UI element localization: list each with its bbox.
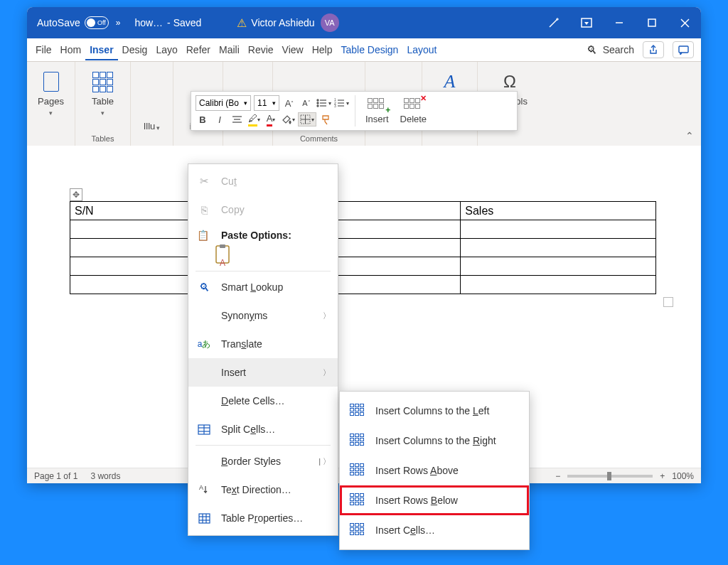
tab-insert[interactable]: Inser xyxy=(85,40,117,60)
svg-rect-25 xyxy=(220,244,225,248)
sub-insert-rows-below[interactable]: Insert Rows Below xyxy=(340,485,529,515)
maximize-button[interactable] xyxy=(636,7,668,38)
tab-home[interactable]: Hom xyxy=(56,40,86,60)
ctx-table-properties[interactable]: Table Properties… xyxy=(188,504,338,532)
ctx-smart-lookup[interactable]: 🔍︎ Smart Lookup xyxy=(188,273,338,301)
search-icon[interactable]: 🔍︎ xyxy=(587,44,597,56)
ctx-synonyms[interactable]: Synonyms 〉 xyxy=(188,301,338,330)
magic-icon[interactable] xyxy=(537,7,570,38)
blank-icon xyxy=(197,394,211,408)
svg-rect-32 xyxy=(199,514,210,523)
search-icon: 🔍︎ xyxy=(197,280,211,294)
table-cell[interactable] xyxy=(461,276,656,294)
italic-icon[interactable]: I xyxy=(213,112,227,127)
sub-insert-cols-left[interactable]: Insert Columns to the Left xyxy=(340,396,529,426)
titlebar: AutoSave Off » how… - Saved ⚠ Victor Ash… xyxy=(27,7,701,38)
paste-option-keep-formatting[interactable]: A xyxy=(213,244,234,269)
svg-rect-2 xyxy=(648,19,655,26)
align-icon[interactable] xyxy=(230,112,244,127)
ctx-text-direction[interactable]: A Text Direction… xyxy=(188,475,338,504)
collapse-ribbon-icon[interactable]: ⌃ xyxy=(685,130,694,141)
mini-delete-button[interactable]: Delete xyxy=(396,98,432,124)
split-cells-icon xyxy=(197,422,211,436)
tab-table-design[interactable]: Table Design xyxy=(336,40,402,60)
ctx-delete-cells[interactable]: Delete Cells… xyxy=(188,387,338,415)
minimize-button[interactable] xyxy=(603,7,636,38)
font-size-select[interactable]: 11▾ xyxy=(254,95,279,111)
numbering-icon[interactable]: 123 ▾ xyxy=(334,96,349,110)
document-table[interactable]: S/NSales xyxy=(70,201,656,294)
borders-icon[interactable]: ▾ xyxy=(298,112,316,127)
pages-button[interactable]: Pages ▾ xyxy=(32,68,70,119)
shading-icon[interactable]: ▾ xyxy=(281,112,295,127)
svg-point-10 xyxy=(317,105,318,107)
share-button[interactable] xyxy=(643,41,664,58)
table-cell[interactable] xyxy=(461,220,656,239)
svg-point-8 xyxy=(317,102,318,104)
warning-icon[interactable]: ⚠ xyxy=(237,16,247,30)
close-button[interactable] xyxy=(668,7,701,38)
zoom-out-button[interactable]: − xyxy=(555,471,560,481)
table-cell[interactable]: Sales xyxy=(461,202,656,220)
decrease-font-icon[interactable]: A˅ xyxy=(299,96,314,110)
sub-insert-rows-above[interactable]: Insert Rows Above xyxy=(340,456,529,485)
zoom-level[interactable]: 100% xyxy=(672,471,694,481)
tab-mailings[interactable]: Maili xyxy=(215,40,244,60)
chevron-right-icon: 〉 xyxy=(323,311,331,321)
search-label[interactable]: Search xyxy=(603,44,634,55)
tab-help[interactable]: Help xyxy=(308,40,337,60)
comments-button[interactable] xyxy=(673,41,694,58)
ctx-split-cells[interactable]: Split Cells… xyxy=(188,415,338,443)
illustrations-group[interactable]: Illu xyxy=(144,121,156,131)
tab-review[interactable]: Revie xyxy=(244,40,278,60)
insert-rows-below-icon xyxy=(350,493,365,507)
ctx-insert[interactable]: Insert 〉 xyxy=(188,358,338,387)
table-resize-handle[interactable] xyxy=(663,297,673,307)
page-indicator[interactable]: Page 1 of 1 xyxy=(34,471,77,481)
bullets-icon[interactable]: ▾ xyxy=(316,96,331,110)
word-count[interactable]: 3 words xyxy=(90,471,120,481)
format-painter-icon[interactable] xyxy=(319,112,333,127)
tab-file[interactable]: File xyxy=(31,40,56,60)
highlight-icon[interactable]: 🖊▾ xyxy=(247,112,261,127)
delete-table-icon xyxy=(404,98,422,112)
chevron-down-icon: ▾ xyxy=(101,109,105,117)
insert-cols-right-icon xyxy=(350,434,365,448)
ctx-border-styles[interactable]: Border Styles | 〉 xyxy=(188,447,338,475)
group-label-tables: Tables xyxy=(75,134,130,143)
table-cell[interactable] xyxy=(461,257,656,276)
bold-icon[interactable]: B xyxy=(196,112,210,127)
user-name[interactable]: Victor Ashiedu xyxy=(251,17,314,28)
zoom-in-button[interactable]: + xyxy=(660,471,665,481)
table-label: Table xyxy=(92,96,114,107)
pages-label: Pages xyxy=(38,96,64,107)
ctx-translate[interactable]: aあ Translate xyxy=(188,330,338,358)
mini-insert-button[interactable]: Insert xyxy=(361,98,393,124)
table-button[interactable]: Table ▾ xyxy=(86,68,120,119)
toggle-off-icon[interactable]: Off xyxy=(85,16,109,29)
tab-view[interactable]: View xyxy=(278,40,308,60)
increase-font-icon[interactable]: A˄ xyxy=(282,96,296,110)
cut-icon: ✂ xyxy=(197,174,211,188)
ctx-copy[interactable]: ⎘ Copy xyxy=(188,195,338,224)
document-name[interactable]: how… xyxy=(134,17,163,28)
context-menu: ✂ Cut ⎘ Copy 📋 Paste Options: A 🔍︎ Smart… xyxy=(188,163,338,536)
tab-references[interactable]: Refer xyxy=(182,40,215,60)
table-cell[interactable] xyxy=(461,239,656,257)
ribbon-mode-icon[interactable] xyxy=(570,7,603,38)
sub-insert-cells[interactable]: Insert Cells… xyxy=(340,515,529,545)
ribbon-tabs: File Hom Inser Desig Layo Refer Maili Re… xyxy=(27,38,701,62)
ctx-cut[interactable]: ✂ Cut xyxy=(188,167,338,195)
font-name-select[interactable]: Calibri (Bo▾ xyxy=(196,95,251,111)
insert-cells-icon xyxy=(350,523,365,537)
overflow-icon[interactable]: » xyxy=(116,18,121,28)
sub-insert-cols-right[interactable]: Insert Columns to the Right xyxy=(340,426,529,456)
tab-design[interactable]: Desig xyxy=(118,40,152,60)
avatar[interactable]: VA xyxy=(321,14,339,32)
tab-layout[interactable]: Layo xyxy=(151,40,181,60)
font-color-icon[interactable]: A▾ xyxy=(264,112,278,127)
table-move-handle[interactable]: ✥ xyxy=(70,188,82,201)
tab-table-layout[interactable]: Layout xyxy=(402,40,441,60)
zoom-slider[interactable] xyxy=(567,475,653,478)
autosave-toggle[interactable]: AutoSave Off xyxy=(37,16,109,29)
